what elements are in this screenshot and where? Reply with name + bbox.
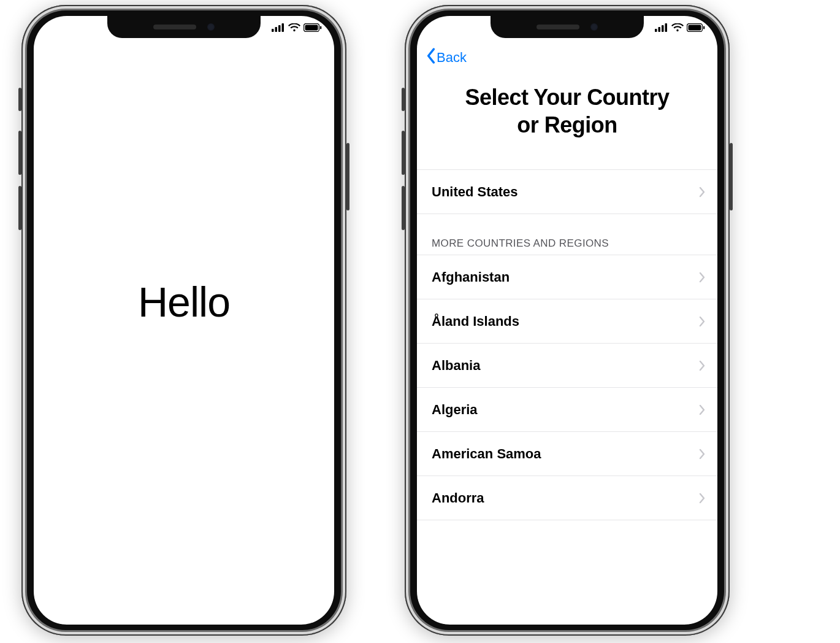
chevron-left-icon — [426, 48, 437, 67]
battery-icon — [304, 23, 322, 32]
region-row[interactable]: American Samoa — [417, 432, 717, 476]
svg-rect-7 — [655, 29, 657, 32]
region-label: Andorra — [432, 490, 484, 506]
phone-mockup-hello: Hello — [21, 5, 346, 636]
region-row[interactable]: Albania — [417, 344, 717, 388]
region-label: United States — [432, 184, 518, 200]
region-label: Åland Islands — [432, 314, 519, 329]
phone-screen-hello: Hello — [34, 16, 334, 625]
region-label: Afghanistan — [432, 269, 510, 285]
region-label: American Samoa — [432, 446, 541, 462]
status-bar-right — [655, 23, 705, 32]
svg-rect-13 — [703, 26, 704, 29]
more-regions-header: MORE COUNTRIES AND REGIONS — [417, 214, 717, 255]
chevron-right-icon — [699, 493, 705, 504]
region-label: Algeria — [432, 402, 478, 418]
notch — [491, 16, 644, 38]
region-list: United States MORE COUNTRIES AND REGIONS… — [417, 169, 717, 625]
region-row[interactable]: Åland Islands — [417, 299, 717, 344]
svg-rect-10 — [665, 23, 668, 32]
power-button — [730, 143, 733, 210]
phone-mockup-region: Back Select Your Country or Region Unite… — [405, 5, 730, 636]
svg-rect-5 — [305, 25, 318, 31]
volume-up-button — [402, 131, 405, 175]
svg-rect-3 — [282, 23, 284, 32]
svg-rect-8 — [659, 27, 661, 32]
region-row[interactable]: Algeria — [417, 388, 717, 432]
page-title: Select Your Country or Region — [417, 83, 717, 139]
chevron-right-icon — [699, 187, 705, 198]
chevron-right-icon — [699, 404, 705, 415]
front-camera — [207, 23, 215, 31]
volume-down-button — [402, 186, 405, 230]
region-row[interactable]: Afghanistan — [417, 255, 717, 299]
earpiece-speaker — [153, 25, 196, 29]
phone-screen-region: Back Select Your Country or Region Unite… — [417, 16, 717, 625]
title-line-2: or Region — [417, 111, 717, 139]
mute-switch — [18, 88, 21, 111]
title-line-1: Select Your Country — [417, 83, 717, 111]
svg-rect-12 — [689, 25, 701, 31]
region-label: Albania — [432, 358, 480, 374]
chevron-right-icon — [699, 360, 705, 371]
front-camera — [590, 23, 598, 31]
power-button — [346, 143, 349, 210]
svg-rect-6 — [320, 26, 321, 29]
svg-rect-0 — [272, 29, 274, 32]
volume-up-button — [18, 131, 21, 175]
battery-icon — [687, 23, 705, 32]
region-row[interactable]: Andorra — [417, 476, 717, 520]
cellular-signal-icon — [272, 23, 285, 32]
cellular-signal-icon — [655, 23, 668, 32]
chevron-right-icon — [699, 272, 705, 283]
back-button[interactable]: Back — [426, 48, 467, 67]
mute-switch — [402, 88, 405, 111]
wifi-icon — [671, 23, 684, 32]
svg-rect-1 — [275, 27, 278, 32]
notch — [107, 16, 261, 38]
status-bar-right — [272, 23, 322, 32]
region-row-featured[interactable]: United States — [417, 170, 717, 214]
svg-rect-2 — [278, 25, 281, 32]
chevron-right-icon — [699, 449, 705, 460]
volume-down-button — [18, 186, 21, 230]
hello-greeting: Hello — [138, 278, 230, 326]
earpiece-speaker — [536, 25, 579, 29]
chevron-right-icon — [699, 316, 705, 327]
wifi-icon — [288, 23, 300, 32]
back-label: Back — [437, 50, 467, 66]
svg-rect-9 — [662, 25, 664, 32]
